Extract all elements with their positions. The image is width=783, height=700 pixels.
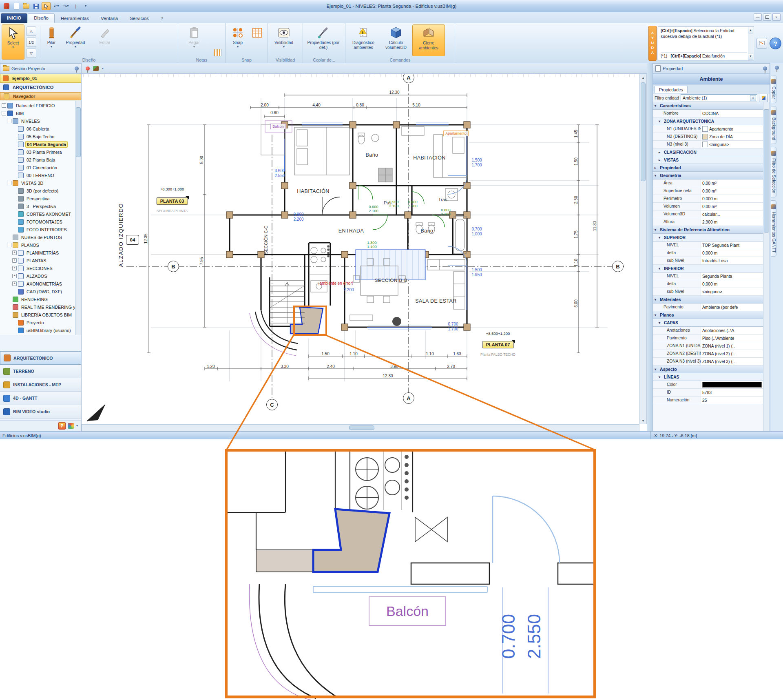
expander-icon[interactable]: + [12,274,17,278]
tab-herramientas[interactable]: Herramientas [55,14,95,23]
tree-item-00-terreno[interactable]: 00 TERRENO [0,171,75,179]
mini-button-x[interactable]: ▽ [26,49,36,58]
prop-value[interactable]: 0.000 m [701,249,763,257]
expander-icon[interactable]: - [7,119,11,123]
pegar-button[interactable]: Pegar ▾ [180,24,208,56]
help-scrollbar[interactable]: ▲ ▼ [748,27,753,60]
tree-item-datos-del-edificio[interactable]: +Datos del EDIFICIO [0,102,75,109]
visibilidad-button[interactable]: Visibilidad ▾ [270,24,298,56]
pin-icon[interactable] [75,66,79,71]
module-4d-gantt[interactable]: 4D - GANTT [0,392,81,405]
expander-icon[interactable]: + [12,266,17,270]
prop-value[interactable]: ZONA (nivel 1) (.. [701,342,763,350]
expander-icon[interactable]: + [12,250,17,255]
scrollbar-thumb[interactable] [641,82,646,181]
open-file-icon[interactable] [22,2,30,10]
prop-value[interactable]: 0.00 m² [701,179,763,187]
tree-item-axonometrías[interactable]: +AXONOMETRÍAS [0,280,75,288]
tree-item-planos[interactable]: -PLANOS [0,241,75,249]
prop-section-características[interactable]: ▾Características [653,102,763,110]
notes-grid-icon[interactable] [214,49,222,56]
prop-value[interactable]: Intradós Losa [701,257,763,264]
section-row[interactable]: ARQUITECTÓNICO [0,83,81,92]
tree-item-rendering[interactable]: RENDERING [0,295,75,303]
select-button[interactable]: Select ▾ [2,24,24,60]
prop-value[interactable]: <ninguna> [701,141,763,148]
entity-filter-select[interactable]: Ambiente (1) ▾ [681,94,757,102]
snap-grid-button[interactable] [249,24,265,56]
expander-icon[interactable]: - [7,181,11,185]
prop-section-planos[interactable]: ▾Planos [653,311,763,319]
scrollbar-thumb[interactable] [349,425,374,430]
prop-section-propiedad[interactable]: ▸Propiedad [653,164,763,172]
drawing-canvas[interactable] [82,74,640,424]
scroll-up-icon[interactable]: ▲ [748,27,753,33]
tree-item-secciones[interactable]: +SECCIONES [0,264,75,272]
prop-section-zona-arquitectónica[interactable]: ▾ZONA ARQUITECTÓNICA [653,117,763,125]
scroll-up-icon[interactable]: ▲ [640,74,646,81]
ayuda-tab[interactable]: AYUDA [648,26,657,61]
properties-scrollbar[interactable] [763,102,770,431]
qat-customize-icon[interactable]: ▾ [82,2,90,10]
prop-value[interactable]: Anotaciones (..\A [701,327,763,334]
prop-section-líneas[interactable]: ▾LÍNEAS [653,373,763,381]
pin-icon[interactable] [763,66,767,71]
prop-value[interactable]: calcular... [701,210,763,218]
tree-item-proyecto[interactable]: Proyecto [0,319,75,326]
prop-value[interactable]: TOP Segunda Plant [701,241,763,249]
prop-value[interactable]: ZONA (nivel 2) (.. [701,350,763,357]
tree-scrollbar[interactable] [75,101,81,335]
prop-value[interactable]: 5783 [701,389,763,396]
prop-value[interactable]: 0.000 m [701,195,763,202]
expander-icon[interactable]: + [12,281,17,286]
pilar-button[interactable]: Pilar ▾ [42,24,60,56]
prop-section-superior[interactable]: ▾SUPERIOR [653,234,763,241]
expander-icon[interactable]: + [2,103,6,108]
prop-value[interactable]: <ninguno> [701,288,763,295]
tree-item-06-cubierta[interactable]: 06 Cubierta [0,125,75,133]
chevron-down-icon[interactable]: ▾ [102,67,104,70]
tree-item-vistas-3d[interactable]: -VISTAS 3D [0,179,75,187]
tree-item-alzados[interactable]: +ALZADOS [0,272,75,280]
tree-item-cortes-axonomét[interactable]: CORTES AXONOMÉT [0,210,75,218]
project-row[interactable]: Ejemplo_01 [0,74,81,83]
prop-value[interactable] [701,381,763,388]
mini-button-1-2[interactable]: 1/2 [26,38,36,47]
module-arquitectónico[interactable]: ARQUITECTÓNICO [0,351,81,365]
tree-item-05-bajo-techo[interactable]: 05 Bajo Techo [0,133,75,140]
prop-value[interactable]: Zona de DÍA [701,133,763,140]
tree-item-librería-objetos-bim[interactable]: LIBRERÍA OBJETOS BIM [0,311,75,319]
redo-icon[interactable]: ↷▾ [62,2,70,10]
tab-diseño[interactable]: Diseño [28,13,55,23]
editar-button[interactable]: Editar [91,24,119,56]
diagnostico-button[interactable]: Diagnóstico ambientes [347,24,380,56]
snap-button[interactable]: Snap ▾ [227,24,248,56]
minimize-icon[interactable]: — [754,13,762,21]
tree-item-niveles[interactable]: -NIVELES [0,117,75,125]
chevron-down-icon[interactable]: ▾ [76,424,78,428]
calculo-button[interactable]: Cálculo volumen3D [380,24,411,56]
tree-item-plantas[interactable]: +PLANTAS [0,257,75,264]
cierre-button[interactable]: Cierre ambientes [412,24,445,56]
tree-item-foto-interiores[interactable]: FOTO INTERIORES [0,226,75,233]
scroll-down-icon[interactable]: ▼ [640,417,646,424]
tree-item-perspectiva[interactable]: Perspectiva [0,195,75,202]
module-bim-video-studio[interactable]: BIM VIDEO studio [0,405,81,419]
prop-value[interactable]: 0.000 m [701,280,763,288]
palette-icon[interactable] [68,423,74,429]
tree-item-04-planta-segunda[interactable]: 04 Planta Segunda [0,140,75,148]
tab-inicio[interactable]: INICIO [1,13,27,23]
module-terreno[interactable]: TERRENO [0,365,81,378]
tab-servicios[interactable]: Servicios [124,14,155,23]
tab-propiedades[interactable]: Propiedades [655,86,688,93]
primus-icon[interactable]: P [58,422,66,430]
filter-edit-button[interactable] [759,94,768,102]
prop-section-geometría[interactable]: ▾Geometría [653,172,763,179]
prop-section-sistema-de-referencia-altimétrico[interactable]: ▾Sistema de Referencia Altimétrico [653,226,763,234]
tab-ventana[interactable]: Ventana [95,14,124,23]
help-panel-toggle-icon[interactable] [756,38,767,49]
propiedad-button[interactable]: Propiedad ▾ [61,24,90,56]
tree-item-03-planta-primera[interactable]: 03 Planta Primera [0,148,75,156]
module-instalaciones-mep[interactable]: INSTALACIONES - MEP [0,378,81,392]
prop-value[interactable]: 0.00 m³ [701,203,763,210]
